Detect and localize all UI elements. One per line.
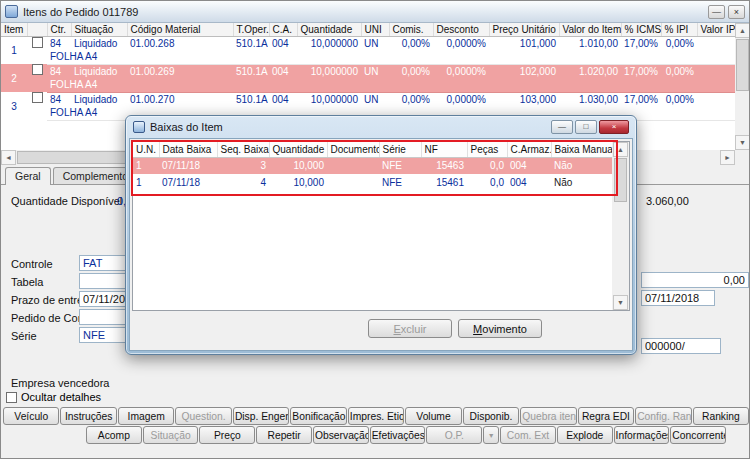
numero-right-input[interactable]	[641, 338, 721, 354]
cell-desconto: 0,0000%	[433, 92, 489, 106]
col-serie[interactable]: Série	[379, 142, 421, 157]
col-seq-baixa[interactable]: Seq. Baixa	[217, 142, 269, 157]
col-icms[interactable]: % ICMS	[621, 23, 661, 36]
col-ipi[interactable]: % IPI	[661, 23, 697, 36]
col-quantidade[interactable]: Quantidade	[297, 23, 361, 36]
col-situacao[interactable]: Situação	[71, 23, 127, 36]
dialog-titlebar[interactable]: Baixas do Item — □ ×	[126, 116, 636, 138]
row-checkbox-cell	[27, 92, 47, 120]
efetivacoes-button[interactable]: Efetivações	[370, 426, 426, 444]
scroll-left-icon[interactable]: ◄	[1, 150, 16, 165]
excluir-button[interactable]: Excluir	[368, 319, 452, 338]
col-toper[interactable]: T.Oper.	[233, 23, 269, 36]
dialog-close-button[interactable]: ×	[599, 120, 629, 134]
op-dropdown-button[interactable]: ▼	[483, 426, 499, 444]
scroll-down-icon[interactable]: ▼	[735, 135, 750, 150]
dialog-vertical-scrollbar[interactable]: ▲ ▼	[612, 142, 629, 310]
table-row[interactable]: 1 84 Liquidado 01.00.268 510.1A 004 10,0…	[1, 36, 735, 50]
com-ext-button[interactable]: Com. Ext	[500, 426, 556, 444]
baixa-row[interactable]: 1 07/11/18 4 10,000 NFE 15461 0,0 004 Nã…	[133, 174, 614, 191]
disponib-button[interactable]: Disponib.	[463, 407, 519, 425]
table-row[interactable]: 3 84 Liquidado 01.00.270 510.1A 004 10,0…	[1, 92, 735, 106]
informacoes-button[interactable]: Informações	[614, 426, 670, 444]
ocultar-detalhes-checkbox[interactable]	[6, 392, 17, 403]
prazo-right-input[interactable]	[641, 290, 715, 306]
col-comis[interactable]: Comis.	[389, 23, 433, 36]
item-number: 2	[1, 64, 27, 92]
cell-comis: 0,00%	[389, 36, 433, 50]
scroll-right-icon[interactable]: ►	[720, 150, 735, 165]
col-valor-item[interactable]: Valor do Item	[559, 23, 621, 36]
cell-manual: Não	[551, 157, 614, 174]
toolbar-row2: Acomp Situação Preço Repetir Observação …	[86, 426, 726, 444]
config-rank-button[interactable]: Config. Rank.	[635, 407, 691, 425]
total-value: 3.060,00	[646, 195, 689, 207]
baixa-row-selected[interactable]: 1 07/11/18 3 10,000 NFE 15463 0,0 004 Nã…	[133, 157, 614, 174]
tab-geral[interactable]: Geral	[5, 167, 51, 185]
cell-doc	[327, 174, 379, 191]
regra-edi-button[interactable]: Regra EDI	[578, 407, 634, 425]
empresa-vencedora-label: Empresa vencedora	[11, 377, 109, 389]
col-codigo-material[interactable]: Código Material	[127, 23, 233, 36]
col-valor-ipi[interactable]: Valor IPI	[697, 23, 735, 36]
impres-etiq-button[interactable]: Impres. Etiq.	[348, 407, 404, 425]
table-row-selected[interactable]: 2 84 Liquidado 01.00.269 510.1A 004 10,0…	[1, 64, 735, 78]
col-item[interactable]: Item	[1, 23, 27, 36]
op-button[interactable]: O.P.	[426, 426, 482, 444]
scroll-thumb[interactable]	[614, 158, 627, 202]
scroll-up-icon[interactable]: ▲	[613, 142, 628, 157]
cell-toper: 510.1A	[233, 36, 269, 50]
movimento-button[interactable]: Movimento	[458, 319, 542, 338]
quantidade-disponivel-label: Quantidade Disponível	[11, 195, 122, 207]
col-un[interactable]: U.N.	[133, 142, 159, 157]
ranking-button[interactable]: Ranking	[693, 407, 749, 425]
col-carmaz[interactable]: C.Armaz.	[507, 142, 551, 157]
dialog-maximize-button[interactable]: □	[575, 120, 597, 134]
situacao-button[interactable]: Situação	[143, 426, 199, 444]
veiculo-button[interactable]: Veículo	[3, 407, 59, 425]
col-data-baixa[interactable]: Data Baixa	[159, 142, 217, 157]
grid-vertical-scrollbar[interactable]: ▲ ▼	[735, 23, 750, 150]
col-baixa-manual[interactable]: Baixa Manual	[551, 142, 614, 157]
question-button[interactable]: Question.	[175, 407, 231, 425]
bonificacao-button[interactable]: Bonificação	[290, 407, 346, 425]
repetir-button[interactable]: Repetir	[256, 426, 312, 444]
close-button[interactable]: ×	[728, 5, 745, 19]
imagem-button[interactable]: Imagem	[118, 407, 174, 425]
scroll-up-icon[interactable]: ▲	[735, 23, 750, 38]
row-checkbox[interactable]	[32, 37, 43, 48]
table-row-description[interactable]: FOLHA A4	[1, 50, 735, 64]
valor-right-input[interactable]	[641, 272, 749, 288]
item-number: 1	[1, 36, 27, 64]
scroll-down-icon[interactable]: ▼	[613, 295, 628, 310]
row-checkbox-cell	[27, 64, 47, 92]
col-ctr[interactable]: Ctr.	[47, 23, 71, 36]
row-checkbox[interactable]	[32, 92, 43, 103]
concorrente-button[interactable]: Concorrente	[670, 426, 726, 444]
scroll-thumb[interactable]	[736, 39, 749, 91]
acomp-button[interactable]: Acomp	[86, 426, 142, 444]
col-desconto[interactable]: Desconto	[433, 23, 489, 36]
col-uni[interactable]: UNI	[361, 23, 389, 36]
disp-engenh-button[interactable]: Disp. Engenh.	[233, 407, 289, 425]
col-preco-unitario[interactable]: Preço Unitário	[489, 23, 559, 36]
minimize-button[interactable]: —	[708, 5, 725, 19]
cell-pecas: 0,0	[467, 174, 507, 191]
row-checkbox[interactable]	[32, 64, 43, 75]
table-row-description[interactable]: FOLHA A4	[1, 78, 735, 92]
preco-button[interactable]: Preço	[199, 426, 255, 444]
col-pecas[interactable]: Peças	[467, 142, 507, 157]
order-items-window: Itens do Pedido 011789 — × Item Ctr. Sit…	[0, 0, 750, 459]
quebra-itens-button[interactable]: Quebra itens	[520, 407, 576, 425]
col-quantidade[interactable]: Quantidade	[269, 142, 327, 157]
volume-button[interactable]: Volume	[405, 407, 461, 425]
instrucoes-button[interactable]: Instruções	[60, 407, 116, 425]
col-nf[interactable]: NF	[421, 142, 467, 157]
observacao-button[interactable]: Observação	[313, 426, 369, 444]
cell-situacao: Liquidado	[71, 64, 127, 78]
col-ca[interactable]: C.A.	[269, 23, 297, 36]
explode-button[interactable]: Explode	[557, 426, 613, 444]
cell-comis: 0,00%	[389, 92, 433, 106]
dialog-minimize-button[interactable]: —	[551, 120, 573, 134]
col-documento[interactable]: Documento	[327, 142, 379, 157]
